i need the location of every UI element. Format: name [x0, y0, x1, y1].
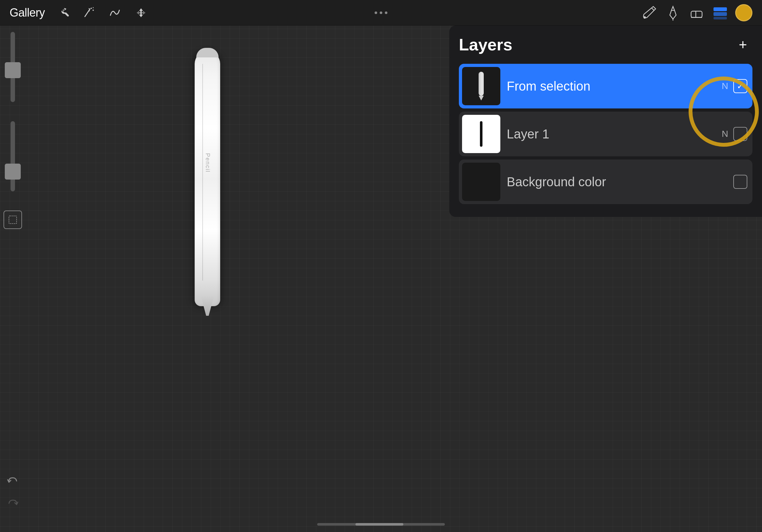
- pencil-top: [196, 48, 219, 57]
- svg-rect-14: [9, 216, 17, 224]
- layer-visibility-layer1[interactable]: [733, 127, 747, 141]
- layer-name-from-selection: From selection: [507, 79, 722, 94]
- brush-icon: [641, 4, 658, 21]
- svg-line-1: [89, 8, 90, 10]
- dot-3: [385, 12, 387, 14]
- magic-wand-icon: [82, 6, 95, 19]
- left-sidebar: [0, 26, 26, 532]
- toolbar-right: [505, 4, 752, 21]
- svg-marker-17: [479, 96, 484, 100]
- brush-tool-button[interactable]: [641, 4, 658, 21]
- opacity-slider-container: [3, 118, 22, 195]
- layer-row-layer1[interactable]: Layer 1 N: [459, 112, 752, 156]
- selection-button[interactable]: [106, 4, 123, 21]
- layers-header: Layers +: [459, 35, 752, 54]
- layers-button[interactable]: [712, 4, 729, 21]
- transform-button[interactable]: [132, 4, 150, 21]
- toolbar: Gallery: [0, 0, 762, 26]
- layer-visibility-from-selection[interactable]: ✓: [733, 79, 747, 93]
- layers-title: Layers: [459, 35, 512, 54]
- gallery-button[interactable]: Gallery: [10, 6, 45, 20]
- layer-thumbnail-layer1: [462, 115, 500, 153]
- add-layer-button[interactable]: +: [733, 35, 752, 54]
- layer-name-background: Background color: [507, 175, 728, 189]
- layer-row-background[interactable]: Background color: [459, 160, 752, 204]
- layer-visibility-background[interactable]: [733, 175, 747, 189]
- toolbar-center: [257, 12, 505, 14]
- svg-rect-16: [479, 72, 480, 94]
- toolbar-left: Gallery: [10, 4, 257, 21]
- pen-tool-button[interactable]: [664, 4, 682, 21]
- pencil-body: Pencil: [194, 51, 220, 306]
- svg-rect-13: [714, 17, 727, 20]
- eraser-icon: [688, 4, 705, 21]
- color-picker-button[interactable]: [735, 4, 752, 21]
- svg-point-6: [644, 16, 646, 19]
- pen-icon: [664, 4, 682, 21]
- wrench-icon: [56, 6, 69, 19]
- opacity-slider[interactable]: [11, 121, 15, 191]
- layer-thumbnail-background: [462, 163, 500, 201]
- opacity-handle[interactable]: [5, 164, 21, 179]
- svg-point-2: [91, 8, 92, 9]
- layers-panel: Layers + From selection N ✓ Layer 1 N: [449, 26, 762, 217]
- transform-icon: [135, 6, 147, 19]
- pencil-illustration: Pencil: [172, 35, 243, 322]
- more-options-button[interactable]: [375, 12, 387, 14]
- svg-point-3: [93, 10, 94, 11]
- pencil-text: Pencil: [204, 153, 211, 172]
- layer-mode-from-selection: N: [722, 81, 728, 91]
- svg-rect-11: [714, 7, 727, 11]
- bottom-scrollbar[interactable]: [317, 523, 445, 526]
- svg-point-5: [89, 10, 90, 11]
- pencil-tip: [201, 297, 214, 316]
- eraser-tool-button[interactable]: [688, 4, 705, 21]
- pencil-line: [202, 64, 203, 281]
- adjustments-button[interactable]: [80, 4, 97, 21]
- thumbnail-pencil-icon: [472, 70, 491, 102]
- thumbnail-stroke-icon: [472, 118, 491, 150]
- selection-square-icon: [8, 215, 18, 225]
- settings-button[interactable]: [54, 4, 71, 21]
- svg-rect-18: [480, 121, 483, 147]
- brush-size-handle[interactable]: [5, 62, 21, 78]
- selection-icon: [109, 6, 121, 19]
- svg-point-4: [93, 7, 94, 8]
- dot-1: [375, 12, 377, 14]
- layer-name-layer1: Layer 1: [507, 127, 722, 141]
- layer-row-from-selection[interactable]: From selection N ✓: [459, 64, 752, 108]
- brush-size-slider-container: [3, 32, 22, 108]
- scroll-handle[interactable]: [355, 523, 403, 526]
- layer-mode-layer1: N: [722, 129, 728, 139]
- svg-rect-8: [691, 11, 702, 18]
- checkmark-from-selection: ✓: [737, 81, 744, 91]
- svg-line-0: [85, 9, 90, 17]
- layer-thumbnail-from-selection: [462, 67, 500, 105]
- selection-tool-button[interactable]: [4, 211, 22, 229]
- svg-rect-12: [714, 12, 727, 16]
- layers-icon: [712, 4, 729, 21]
- dot-2: [380, 12, 382, 14]
